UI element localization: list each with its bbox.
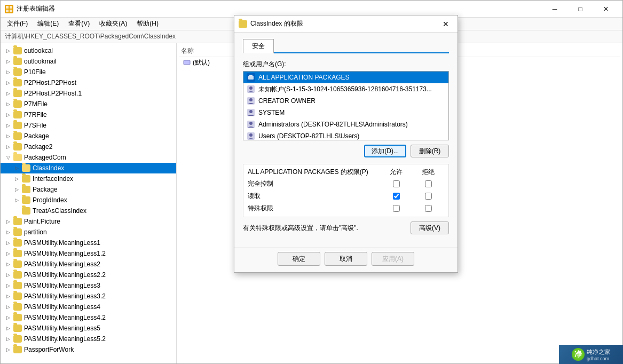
toggle-outlookcal[interactable]: ▷ (5, 48, 11, 54)
user-item-all-app-packages[interactable]: ALL APPLICATION PACKAGES (243, 72, 448, 83)
user-item-users[interactable]: Users (DESKTOP-82TLHLS\Users) (243, 130, 448, 140)
toggle-p2phost1[interactable]: ▷ (5, 90, 11, 97)
user-label-unknown: 未知帐户(S-1-15-3-1024-1065365936-1281604716… (258, 85, 432, 94)
tree-item-pasm4[interactable]: ▷ PASMUtility.MeaningLess4 (1, 302, 176, 312)
user-item-creator-owner[interactable]: CREATOR OWNER (243, 95, 448, 107)
tree-item-pasm1[interactable]: ▷ PASMUtility.MeaningLess1 (1, 238, 176, 248)
toggle-pasm52[interactable]: ▷ (5, 336, 11, 342)
tree-item-classindex[interactable]: ▷ ClassIndex (1, 163, 176, 173)
add-user-button[interactable]: 添加(D)... (364, 145, 406, 157)
toggle-pasm32[interactable]: ▷ (5, 293, 11, 299)
toggle-progidindex[interactable]: ▷ (13, 197, 20, 203)
right-default-text: (默认) (193, 58, 210, 67)
toggle-pasm12[interactable]: ▷ (5, 250, 11, 257)
apply-button[interactable]: 应用(A) (372, 252, 414, 266)
tree-item-p7mfile[interactable]: ▷ P7MFile (1, 99, 176, 109)
tree-item-package[interactable]: ▷ Package (1, 131, 176, 141)
advanced-button[interactable]: 高级(V) (411, 221, 449, 234)
toggle-p7mfile[interactable]: ▷ (5, 101, 11, 107)
tree-item-p7rfile[interactable]: ▷ P7RFile (1, 109, 176, 120)
tree-item-p2phost1[interactable]: ▷ P2PHost.P2PHost.1 (1, 88, 176, 99)
user-icon-creator-owner (247, 97, 255, 105)
tree-label-pasm4: PASMUtility.MeaningLess4 (24, 303, 100, 311)
tree-item-pasm32[interactable]: ▷ PASMUtility.MeaningLess3.2 (1, 291, 176, 302)
tree-item-treatasclassindex[interactable]: TreatAsClassIndex (1, 205, 176, 216)
toggle-package2[interactable]: ▷ (5, 144, 11, 150)
tree-item-package2[interactable]: ▷ Package2 (1, 141, 176, 152)
perm-allow-read-cell (380, 193, 412, 200)
tree-item-pasm2[interactable]: ▷ PASMUtility.MeaningLess2 (1, 259, 176, 270)
perm-deny-special-checkbox[interactable] (425, 205, 432, 212)
toggle-package[interactable]: ▷ (5, 133, 11, 139)
ok-button[interactable]: 确定 (278, 252, 320, 266)
tree-item-partition[interactable]: ▷ partition (1, 227, 176, 238)
toggle-passportforwork[interactable]: ▷ (5, 346, 11, 353)
user-list[interactable]: ALL APPLICATION PACKAGES 未知帐户(S-1-15-3-1… (243, 71, 449, 140)
close-button[interactable]: ✕ (594, 1, 618, 18)
cancel-button[interactable]: 取消 (325, 252, 367, 266)
tree-item-pasm12[interactable]: ▷ PASMUtility.MeaningLess1.2 (1, 248, 176, 259)
dialog-close-button[interactable]: ✕ (438, 17, 453, 31)
tree-item-p7sfile[interactable]: ▷ P7SFile (1, 120, 176, 131)
menu-view[interactable]: 查看(V) (64, 18, 94, 29)
perm-deny-fullcontrol-checkbox[interactable] (425, 180, 432, 187)
perm-allow-fullcontrol-cell (380, 180, 412, 187)
tree-item-pasm52[interactable]: ▷ PASMUtility.MeaningLess5.2 (1, 334, 176, 344)
perm-allow-fullcontrol-checkbox[interactable] (393, 180, 400, 187)
tree-label-p10file: P10File (24, 68, 46, 76)
tree-item-passportforwork[interactable]: ▷ PassportForWork (1, 344, 176, 355)
folder-icon-pasm32 (13, 292, 22, 300)
tab-security[interactable]: 安全 (243, 39, 274, 53)
tree-item-paintpicture[interactable]: ▷ Paint.Picture (1, 216, 176, 227)
remove-user-button[interactable]: 删除(R) (411, 145, 449, 157)
toggle-interfaceindex[interactable]: ▷ (13, 176, 20, 182)
maximize-button[interactable]: □ (568, 1, 593, 18)
perm-allow-special-checkbox[interactable] (393, 205, 400, 212)
tree-item-progidindex[interactable]: ▷ ProgIdIndex (1, 195, 176, 205)
menu-file[interactable]: 文件(F) (3, 18, 32, 29)
toggle-pasm3[interactable]: ▷ (5, 282, 11, 289)
tree-label-package: Package (24, 132, 49, 140)
menu-edit[interactable]: 编辑(E) (33, 18, 63, 29)
toggle-pasm5[interactable]: ▷ (5, 325, 11, 331)
tree-item-pasm3[interactable]: ▷ PASMUtility.MeaningLess3 (1, 280, 176, 291)
tree-item-packagedcom[interactable]: ▽ PackagedCom (1, 152, 176, 163)
perm-allow-read-checkbox[interactable] (393, 193, 400, 200)
svg-rect-2 (6, 10, 9, 12)
menu-favorites[interactable]: 收藏夹(A) (95, 18, 131, 29)
tree-item-pasm5[interactable]: ▷ PASMUtility.MeaningLess5 (1, 323, 176, 334)
user-item-system[interactable]: SYSTEM (243, 107, 448, 118)
tree-item-pasm22[interactable]: ▷ PASMUtility.MeaningLess2.2 (1, 270, 176, 280)
toggle-paintpicture[interactable]: ▷ (5, 218, 11, 225)
toggle-pasm2[interactable]: ▷ (5, 261, 11, 267)
toggle-pasm1[interactable]: ▷ (5, 240, 11, 246)
menu-help[interactable]: 帮助(H) (132, 18, 163, 29)
tree-item-outlookmail[interactable]: ▷ outlookmail (1, 56, 176, 67)
tree-item-outlookcal[interactable]: ▷ outlookcal (1, 45, 176, 56)
tree-item-interfaceindex[interactable]: ▷ InterfaceIndex (1, 173, 176, 184)
folder-icon-pasm42 (13, 314, 22, 321)
perm-deny-read-checkbox[interactable] (425, 193, 432, 200)
user-item-unknown[interactable]: 未知帐户(S-1-15-3-1024-1065365936-1281604716… (243, 83, 448, 95)
toggle-pasm42[interactable]: ▷ (5, 314, 11, 321)
user-icon-unknown (247, 85, 255, 93)
tree-item-p2phost[interactable]: ▷ P2PHost.P2PHost (1, 77, 176, 88)
toggle-outlookmail[interactable]: ▷ (5, 58, 11, 65)
tree-item-pasm42[interactable]: ▷ PASMUtility.MeaningLess4.2 (1, 312, 176, 323)
toggle-p10file[interactable]: ▷ (5, 69, 11, 75)
toggle-classindex[interactable]: ▷ (13, 165, 20, 171)
toggle-p7sfile[interactable]: ▷ (5, 122, 11, 129)
tree-item-p10file[interactable]: ▷ P10File (1, 67, 176, 77)
toggle-p7rfile[interactable]: ▷ (5, 112, 11, 118)
user-item-administrators[interactable]: Administrators (DESKTOP-82TLHLS\Administ… (243, 118, 448, 130)
minimize-button[interactable]: ─ (542, 1, 567, 18)
toggle-package-child[interactable]: ▷ (13, 186, 20, 193)
toggle-pasm4[interactable]: ▷ (5, 304, 11, 310)
toggle-pasm22[interactable]: ▷ (5, 272, 11, 278)
tree-label-progidindex: ProgIdIndex (33, 196, 67, 204)
tree-item-package-child[interactable]: ▷ Package (1, 184, 176, 195)
toggle-p2phost[interactable]: ▷ (5, 80, 11, 86)
toggle-packagedcom[interactable]: ▽ (5, 154, 11, 161)
folder-icon-paintpicture (13, 218, 22, 225)
toggle-partition[interactable]: ▷ (5, 229, 11, 235)
